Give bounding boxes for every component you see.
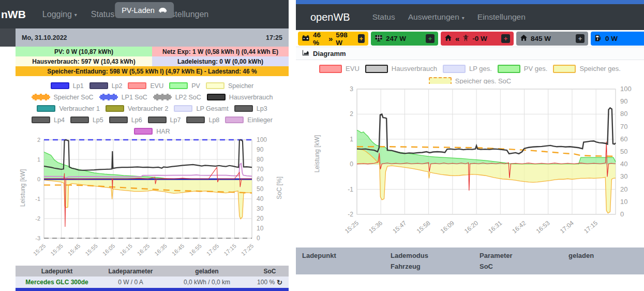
- brand-logo[interactable]: nWB: [1, 8, 26, 21]
- legend-item-lp3[interactable]: Lp3: [234, 105, 267, 112]
- legend-item-einlieger[interactable]: Einlieger: [225, 117, 273, 124]
- expand-plus-button[interactable]: +: [576, 34, 585, 43]
- charged-amount: 0,0 kWh / 0,0 km: [163, 277, 251, 288]
- legend-label: Lp7: [170, 117, 181, 124]
- legend-item-lp6[interactable]: Lp6: [109, 117, 142, 124]
- svg-text:16:31: 16:31: [487, 219, 503, 235]
- brand-logo[interactable]: openWB: [310, 11, 350, 23]
- expand-plus-button[interactable]: +: [426, 34, 435, 43]
- svg-text:10: 10: [257, 225, 264, 232]
- legend-swatch: [51, 82, 69, 89]
- svg-text:15:25: 15:25: [32, 243, 47, 257]
- legend-item-speicher[interactable]: Speicher: [206, 82, 253, 90]
- svg-text:16:25: 16:25: [136, 243, 151, 257]
- battery-discharge-cell: Speicher-Entladung: 598 W (5,55 kWh I) (…: [16, 66, 289, 76]
- soc-value: 100 % ↻: [251, 277, 289, 288]
- legacy-chart[interactable]: 210-1-2-3100908070605040302010015:2515:3…: [16, 135, 289, 265]
- legend-label: Hausverbrauch: [392, 65, 437, 72]
- chargepoint-badge[interactable]: 0 W: [591, 32, 644, 46]
- legend-swatch: [186, 117, 205, 123]
- expand-plus-button[interactable]: +: [501, 34, 510, 43]
- svg-text:80: 80: [620, 110, 627, 118]
- svg-text:1: 1: [37, 156, 40, 163]
- legend-item-lp2-soc[interactable]: LP2 SoC: [153, 94, 201, 101]
- legend-swatch: [99, 94, 118, 100]
- charge-mode-label: PV-Laden: [122, 6, 155, 14]
- refresh-soc-icon[interactable]: ↻: [277, 279, 282, 286]
- legend-item-lp4[interactable]: Lp4: [32, 117, 65, 124]
- nav-item-logging[interactable]: Logging▾: [42, 10, 77, 19]
- svg-text:15:45: 15:45: [67, 243, 81, 257]
- legend-label: Lp3: [257, 105, 267, 112]
- legend-item-pv-ges[interactable]: PV ges.: [498, 65, 548, 73]
- svg-text:100: 100: [620, 85, 632, 93]
- legend-item-hausverbrauch[interactable]: Hausverbrauch: [207, 94, 273, 101]
- nav-item-auswertungen[interactable]: Auswertungen▾: [408, 12, 465, 22]
- legend-item-evu[interactable]: EVU: [128, 82, 163, 90]
- house-icon: [444, 34, 452, 43]
- svg-text:50: 50: [257, 185, 264, 193]
- legacy-chart-legend: Lp1Lp2EVUPVSpeicherSpeicher SoCLP1 SoCLP…: [16, 80, 289, 137]
- legend-label: LP1 SoC: [122, 94, 147, 101]
- legend-item-har[interactable]: HAR: [134, 128, 170, 135]
- svg-text:0: 0: [257, 235, 260, 242]
- col-soc: SoC: [480, 263, 493, 270]
- legend-item-hausverbrauch[interactable]: Hausverbrauch: [365, 65, 437, 73]
- nav-item-einstellungen[interactable]: Einstellungen: [477, 12, 526, 22]
- legend-item-verbraucher-2[interactable]: Verbraucher 2: [106, 105, 169, 112]
- legend-item-pv[interactable]: PV: [169, 82, 200, 90]
- chart-icon: [302, 49, 309, 58]
- legend-item-lp1[interactable]: Lp1: [51, 82, 84, 90]
- legend-item-speicher-ges[interactable]: Speicher ges.: [553, 65, 621, 73]
- pv-summary-cell: PV: 0 W (10,87 kWh): [16, 47, 152, 56]
- legend-item-verbraucher-1[interactable]: Verbraucher 1: [37, 105, 100, 112]
- charge-mode-button[interactable]: PV-Laden: [115, 2, 174, 18]
- y2-axis-title: SoC [%]: [276, 177, 283, 199]
- svg-text:0: 0: [350, 161, 353, 168]
- legend-swatch: [134, 128, 153, 135]
- col-lademodus: Lademodus: [391, 252, 428, 259]
- legend-item-speicher-soc[interactable]: Speicher SoC: [32, 94, 94, 101]
- diagram-chart[interactable]: 3210-1-2100908070605040302010015:2515:36…: [296, 84, 644, 246]
- legend-swatch: [32, 94, 50, 100]
- col-ladepunkt: Ladepunkt: [16, 266, 98, 277]
- legacy-chart-canvas[interactable]: 210-1-2-3100908070605040302010015:2515:3…: [16, 135, 289, 265]
- diagram-card-header[interactable]: Diagramm: [296, 47, 644, 60]
- legend-swatch: [234, 105, 253, 112]
- svg-text:70: 70: [257, 166, 264, 173]
- battery-badge[interactable]: 46 %»598 W+: [298, 32, 368, 46]
- home-badge[interactable]: 845 W+: [516, 32, 588, 46]
- charge-power-cell: Ladeleistung: 0 W (0,00 kWh): [152, 56, 289, 66]
- grid-badge[interactable]: «-0 W+: [441, 32, 514, 46]
- svg-text:16:05: 16:05: [101, 243, 116, 257]
- legend-item-lp7[interactable]: Lp7: [148, 117, 181, 124]
- legend-item-lp-gesamt[interactable]: LP Gesamt: [174, 105, 228, 112]
- diagram-chart-canvas[interactable]: 3210-1-2100908070605040302010015:2515:36…: [296, 84, 644, 246]
- charge-params: 0 W / 0 A: [98, 277, 163, 288]
- pv-badge[interactable]: 247 W+: [371, 32, 438, 46]
- legend-swatch: [207, 94, 226, 100]
- legend-label: Speicher ges.: [579, 65, 621, 72]
- nav-item-status[interactable]: Status: [91, 10, 114, 19]
- legend-item-lp2[interactable]: Lp2: [89, 82, 123, 90]
- legend-swatch: [106, 105, 124, 112]
- svg-text:16:20: 16:20: [463, 219, 480, 235]
- legend-item-lp1-soc[interactable]: LP1 SoC: [99, 94, 147, 101]
- legend-item-evu[interactable]: EVU: [319, 65, 360, 73]
- legend-swatch: [148, 117, 167, 123]
- svg-text:90: 90: [257, 146, 264, 153]
- legend-item-lp5[interactable]: Lp5: [70, 117, 103, 124]
- expand-plus-button[interactable]: +: [358, 34, 365, 43]
- legend-item-lp8[interactable]: Lp8: [186, 117, 219, 124]
- legend-swatch: [109, 117, 128, 123]
- legend-label: Verbraucher 2: [128, 105, 169, 112]
- chargepoint-table-header: Ladepunkt Lademodus Fahrzeug Parameter S…: [296, 248, 644, 274]
- nav-item-status[interactable]: Status: [372, 12, 395, 22]
- legend-item-lp-ges[interactable]: LP ges.: [443, 65, 492, 73]
- badge-value: -0 W: [472, 35, 487, 42]
- chart-legend: EVUHausverbrauchLP ges.PV ges.Speicher g…: [296, 63, 644, 86]
- legend-label: Lp8: [208, 117, 219, 124]
- grid-summary-cell: Netz Exp: 1 W (0,58 kWh I) (0,44 kWh E): [152, 47, 289, 56]
- legend-label: PV: [191, 82, 200, 90]
- legend-label: PV ges.: [524, 65, 548, 72]
